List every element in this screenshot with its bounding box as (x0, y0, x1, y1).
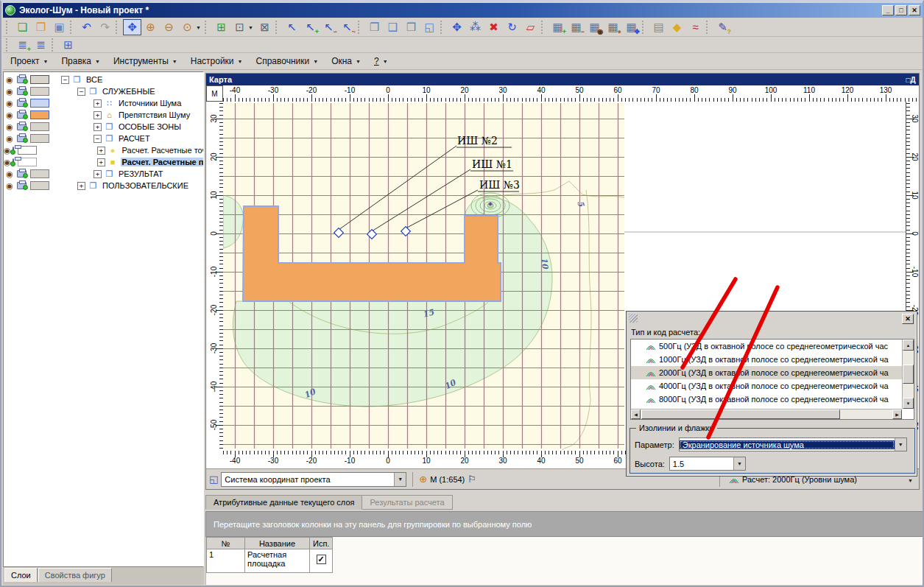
select-remove-button[interactable]: ↖− (320, 19, 338, 35)
cell-name[interactable]: Расчетная площадка (245, 549, 310, 573)
panel-close-button[interactable] (902, 314, 914, 324)
visibility-icon[interactable]: ◉ (4, 146, 11, 155)
layer-label[interactable]: Препятствия Шуму (117, 110, 191, 119)
layer-color-swatch[interactable] (30, 99, 49, 108)
param-select[interactable]: Экранирование источника шума (679, 437, 907, 451)
layer-row[interactable]: ◉+∷Источники Шума (4, 97, 203, 109)
collapse-toggle[interactable]: − (61, 76, 69, 84)
layer-row[interactable]: ◉−❒ВСЕ (4, 74, 203, 85)
layer-label[interactable]: РАСЧЕТ (117, 134, 152, 143)
tab-attribute-data[interactable]: Атрибутивные данные текущего слоя (205, 495, 362, 510)
edit-nodes-button[interactable]: ⁂ (466, 19, 484, 35)
expand-toggle[interactable]: + (94, 99, 102, 108)
paste-shape-button[interactable]: ❑ (384, 19, 402, 35)
print-icon[interactable] (17, 170, 27, 177)
source-point-button[interactable]: ▦● (604, 19, 622, 35)
source-remove-button[interactable]: ▦− (567, 19, 585, 35)
print-icon[interactable] (17, 76, 27, 83)
print-icon[interactable] (17, 123, 27, 130)
layer-color-swatch[interactable] (30, 122, 49, 131)
dropdown-arrow-icon[interactable] (733, 457, 745, 470)
menu-edit[interactable]: Правка▼ (54, 54, 105, 68)
dropdown-arrow-icon[interactable] (394, 473, 406, 486)
coordinate-system-combo[interactable]: Система координат проекта (221, 472, 406, 487)
layer-row[interactable]: ◉−❒РАСЧЕТ (4, 133, 203, 144)
height-select[interactable]: 1.5 (669, 457, 746, 471)
visibility-icon[interactable]: ◉ (4, 122, 15, 132)
menu-settings[interactable]: Настройки▼ (183, 54, 249, 68)
menu-tools[interactable]: Инструменты▼ (106, 54, 183, 68)
visibility-icon[interactable]: ◉ (4, 110, 15, 120)
map-pin-icon[interactable]: Д (910, 76, 915, 84)
building-polygon[interactable] (243, 206, 501, 301)
zoom-in-button[interactable]: ⊕ (141, 19, 160, 35)
visibility-icon[interactable]: ◉ (4, 181, 15, 191)
calc-type-item[interactable]: 1000Гц (УЗД в октавной полосе со среднег… (631, 353, 902, 366)
layer-label[interactable]: СЛУЖЕБНЫЕ (101, 87, 157, 96)
print-icon[interactable] (13, 147, 14, 154)
collapse-toggle[interactable]: − (94, 135, 102, 143)
layer-label[interactable]: Расчет. Расчетные пл... (121, 158, 204, 166)
horizontal-scrollbar[interactable]: ◀ ▶ (631, 409, 902, 419)
layers-button[interactable]: ≣ (32, 37, 50, 53)
table-row[interactable]: 1 Расчетная площадка (207, 549, 333, 573)
layer-row[interactable]: ◉+⌂Препятствия Шуму (4, 109, 203, 121)
calc-type-item[interactable]: 500Гц (УЗД в октавной полосе со среднеге… (631, 340, 902, 353)
redo-button[interactable]: ↷ (96, 19, 114, 35)
minimize-button[interactable]: _ (882, 5, 894, 15)
visibility-icon[interactable]: ◉ (4, 169, 15, 179)
layer-color-swatch[interactable] (30, 134, 49, 143)
menu-windows[interactable]: Окна▼ (324, 54, 367, 68)
vertical-scrollbar[interactable]: ▲ ▼ (902, 340, 914, 409)
layer-label[interactable]: Расчет. Расчетные точки (121, 146, 204, 155)
scroll-up-icon[interactable]: ▲ (903, 340, 914, 351)
layer-row[interactable]: ◉+❒РЕЗУЛЬТАТ (4, 168, 203, 180)
group-by-panel[interactable]: Перетащите заголовок колонки на эту пане… (205, 511, 924, 537)
delete-shape-button[interactable]: ✖ (484, 19, 503, 35)
visibility-icon[interactable]: ◉ (4, 87, 15, 96)
edit-polygon-button[interactable]: ▱ (521, 19, 540, 35)
print-button[interactable]: ▤ (649, 19, 668, 35)
scrollbar-thumb[interactable] (641, 410, 840, 419)
source-add-button[interactable]: ▦+ (549, 19, 567, 35)
export-button[interactable]: ◆ (668, 19, 686, 35)
properties-help-button[interactable]: ✎? (713, 19, 732, 35)
zoom-extent-button[interactable]: ⊙▼ (178, 19, 197, 35)
layer-row[interactable]: ◉+❒ПОЛЬЗОВАТЕЛЬСКИЕ (4, 180, 203, 191)
pan-tool-button[interactable]: ✥ (123, 19, 141, 35)
select-object-button[interactable]: ⊠ (255, 19, 274, 35)
layer-row[interactable]: ◉+●Расчет. Расчетные точки (4, 144, 203, 156)
dropdown-arrow-icon[interactable] (895, 438, 906, 451)
noise-source-marker[interactable] (401, 227, 411, 236)
window-layout-button[interactable]: ⊞ (59, 37, 77, 53)
menu-help[interactable]: ?▼ (367, 54, 394, 68)
dropdown-arrow-icon[interactable]: ▼ (196, 25, 201, 30)
column-header-name[interactable]: Название (245, 538, 310, 549)
scroll-down-icon[interactable]: ▼ (903, 398, 914, 409)
calc-type-item[interactable]: 2000Гц (УЗД в октавной полосе со среднег… (631, 366, 902, 379)
scroll-left-icon[interactable]: ◀ (631, 410, 641, 419)
print-icon[interactable] (17, 111, 27, 119)
layer-color-swatch[interactable] (30, 110, 49, 119)
overlay-shape-button[interactable]: ◱ (420, 19, 439, 35)
tab-calc-results[interactable]: Результаты расчета (362, 495, 452, 510)
scrollbar-thumb[interactable] (903, 365, 914, 384)
expand-toggle[interactable]: + (97, 158, 105, 166)
select-area-button[interactable]: ↖~ (338, 19, 356, 35)
layer-label[interactable]: ОСОБЫЕ ЗОНЫ (117, 122, 183, 131)
collapse-toggle[interactable]: − (77, 88, 85, 96)
print-icon[interactable] (13, 158, 14, 166)
calc-type-item[interactable]: 8000Гц (УЗД в октавной полосе со среднег… (631, 393, 902, 406)
layer-label[interactable]: РЕЗУЛЬТАТ (117, 169, 164, 178)
tab-layers[interactable]: Слои (4, 568, 38, 582)
layer-label[interactable]: Источники Шума (117, 99, 183, 108)
row-used-checkbox[interactable] (317, 555, 326, 564)
edit-object-button[interactable]: ⊡▼ (230, 19, 249, 35)
expand-toggle[interactable]: + (97, 147, 105, 155)
calc-type-item[interactable]: 4000Гц (УЗД в октавной полосе со среднег… (631, 379, 902, 393)
new-project-button[interactable]: ❏ (13, 19, 32, 35)
layer-color-swatch[interactable] (30, 87, 49, 96)
source-view-button[interactable]: ▦◉ (585, 19, 604, 35)
expand-toggle[interactable]: + (77, 182, 85, 190)
add-object-button[interactable]: ⊞ (212, 19, 230, 35)
